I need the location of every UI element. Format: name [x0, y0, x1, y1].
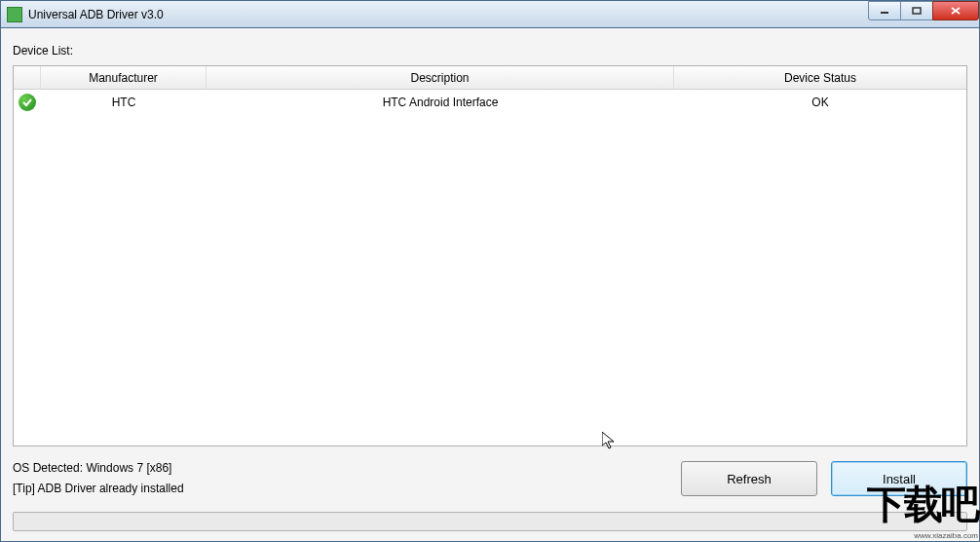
row-manufacturer: HTC: [41, 96, 207, 109]
table-row[interactable]: HTC HTC Android Interface OK: [14, 90, 966, 115]
tip-line: [Tip] ADB Driver already installed: [13, 479, 184, 500]
check-icon: [19, 94, 36, 111]
os-detected-prefix: OS Detected:: [13, 461, 86, 475]
footer-area: OS Detected: Windows 7 [x86] [Tip] ADB D…: [13, 458, 967, 500]
row-description: HTC Android Interface: [207, 96, 674, 109]
install-button[interactable]: Install: [831, 461, 967, 496]
footer-info: OS Detected: Windows 7 [x86] [Tip] ADB D…: [13, 458, 184, 500]
refresh-button[interactable]: Refresh: [681, 461, 817, 496]
row-status-icon-cell: [14, 94, 41, 111]
footer-buttons: Refresh Install: [681, 461, 967, 496]
titlebar[interactable]: Universal ADB Driver v3.0: [0, 0, 980, 28]
window-title: Universal ADB Driver v3.0: [28, 8, 164, 21]
minimize-button[interactable]: [868, 1, 901, 20]
grid-header: Manufacturer Description Device Status: [14, 66, 966, 90]
progress-bar: [13, 512, 967, 531]
client-area: Device List: Manufacturer Description De…: [0, 28, 980, 542]
column-status-header[interactable]: Device Status: [674, 66, 966, 89]
close-button[interactable]: [932, 1, 979, 20]
column-manufacturer-header[interactable]: Manufacturer: [41, 66, 207, 89]
maximize-button[interactable]: [900, 1, 933, 20]
app-icon: [7, 7, 22, 22]
os-detected-value: Windows 7 [x86]: [86, 461, 171, 475]
device-grid[interactable]: Manufacturer Description Device Status H…: [13, 65, 967, 446]
os-detected-line: OS Detected: Windows 7 [x86]: [13, 458, 184, 480]
svg-rect-1: [913, 8, 921, 14]
tip-text: ADB Driver already installed: [38, 482, 184, 495]
column-icon-header: [14, 66, 41, 89]
device-list-label: Device List:: [13, 44, 967, 58]
row-status: OK: [674, 96, 966, 109]
tip-prefix: [Tip]: [13, 482, 38, 495]
window-controls: [869, 1, 979, 20]
column-description-header[interactable]: Description: [207, 66, 674, 89]
